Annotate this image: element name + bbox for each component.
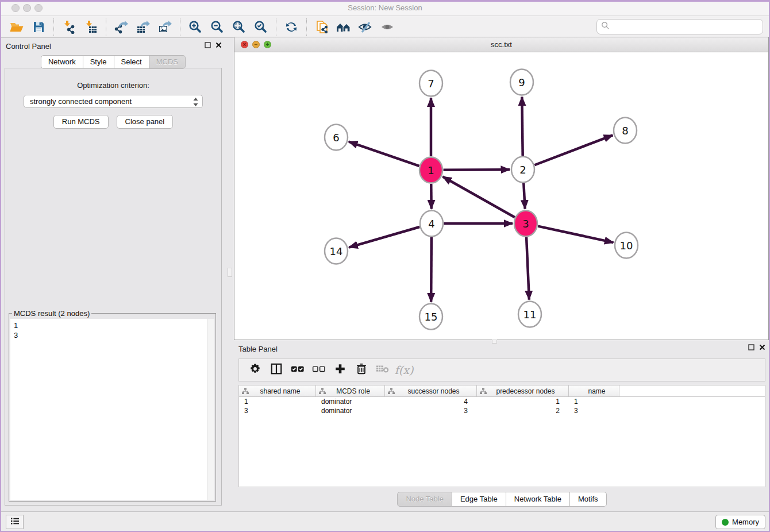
task-history-button[interactable] (6, 515, 24, 529)
search-input[interactable] (610, 21, 763, 33)
delete-button[interactable] (352, 361, 371, 379)
run-mcds-button[interactable]: Run MCDS (53, 115, 109, 129)
edge-2-9[interactable] (522, 97, 522, 156)
zoom-in-button[interactable] (184, 18, 206, 36)
cell-MCDS-role[interactable]: dominator (316, 406, 385, 415)
table-row[interactable]: 3dominator323 (239, 406, 765, 415)
memory-button[interactable]: Memory (715, 515, 765, 529)
export-image-button[interactable] (154, 18, 176, 36)
function-button: f(x) (395, 361, 413, 379)
column-header-name[interactable]: name (569, 385, 619, 396)
close-panel-button[interactable]: Close panel (117, 115, 174, 129)
edge-4-15[interactable] (431, 237, 432, 302)
tab-edge-table[interactable]: Edge Table (452, 492, 506, 507)
edge-3-10[interactable] (538, 226, 613, 243)
open-folder-button[interactable] (6, 18, 28, 36)
toolbar-separator (276, 18, 276, 36)
cell-predecessor-nodes[interactable]: 1 (477, 397, 569, 406)
tab-node-table[interactable]: Node Table (397, 492, 452, 507)
cell-shared-name[interactable]: 1 (239, 397, 316, 406)
mcds-result-scrollbar[interactable] (207, 319, 214, 500)
tab-style[interactable]: Style (83, 55, 114, 69)
gear-button[interactable] (246, 361, 264, 379)
unselect-all-button[interactable] (310, 361, 328, 379)
export-table-button[interactable] (132, 18, 154, 36)
cell-MCDS-role[interactable]: dominator (316, 397, 385, 406)
column-header-successor-nodes[interactable]: successor nodes (385, 385, 477, 396)
table-panel-title: Table Panel (238, 345, 278, 353)
cell-name[interactable]: 1 (569, 397, 619, 406)
toolbar-separator (180, 18, 180, 36)
table-toolbar: f(x) (238, 358, 765, 381)
tab-network-table[interactable]: Network Table (506, 492, 570, 507)
hide-panels-icon (358, 20, 373, 34)
graph-node-label: 10 (620, 240, 633, 252)
import-table-icon (84, 20, 98, 34)
gear-icon (249, 363, 261, 377)
edge-1-6[interactable] (349, 142, 419, 166)
optimization-criterion-label: Optimization criterion: (5, 81, 221, 90)
float-panel-icon[interactable] (205, 42, 211, 48)
split-columns-icon (270, 363, 283, 377)
close-panel-icon[interactable] (759, 344, 765, 350)
import-network-button[interactable] (58, 18, 80, 36)
tab-select[interactable]: Select (114, 55, 149, 69)
table-row[interactable]: 1dominator411 (239, 397, 765, 406)
cell-predecessor-nodes[interactable]: 2 (477, 406, 569, 415)
tree-icon (388, 388, 395, 396)
add-icon (334, 363, 346, 377)
edge-4-14[interactable] (349, 227, 419, 248)
export-network-button[interactable] (110, 18, 132, 36)
cell-shared-name[interactable]: 3 (239, 406, 316, 415)
tab-mcds[interactable]: MCDS (149, 55, 186, 69)
edge-1-2[interactable] (443, 169, 510, 170)
save-session-button[interactable] (28, 18, 49, 36)
zoom-out-button[interactable] (206, 18, 228, 36)
column-header-predecessor-nodes[interactable]: predecessor nodes (477, 385, 569, 396)
select-all-button[interactable] (288, 361, 307, 379)
title-bar: Session: New Session (0, 0, 770, 16)
search-box[interactable] (596, 19, 763, 34)
table-panel: Table Panel f(x) shared nameMCDS rolesuc… (234, 341, 770, 511)
edge-2-3[interactable] (523, 183, 525, 209)
refresh-button[interactable] (280, 18, 302, 36)
export-table-icon (136, 20, 150, 34)
vertical-splitter-grip[interactable] (228, 268, 232, 277)
network-canvas[interactable]: 7968124314101511 (234, 52, 768, 340)
zoom-fit-button[interactable] (228, 18, 250, 36)
vertical-splitter[interactable] (226, 38, 234, 511)
network-home-button[interactable] (333, 18, 355, 36)
clone-network-button[interactable] (311, 18, 333, 36)
cell-name[interactable]: 3 (569, 406, 619, 415)
cell-successor-nodes[interactable]: 3 (385, 406, 477, 415)
graph-node-label: 3 (522, 218, 529, 230)
close-panel-icon[interactable] (215, 42, 222, 48)
graph-node-label: 6 (333, 132, 339, 144)
control-panel-tabs: NetworkStyleSelectMCDS (0, 55, 226, 69)
zoom-selected-button[interactable] (250, 18, 272, 36)
split-columns-button[interactable] (267, 361, 286, 379)
import-table-button[interactable] (80, 18, 102, 36)
list-icon (10, 517, 20, 527)
search-icon (601, 21, 610, 32)
show-panels-button[interactable] (376, 18, 398, 36)
memory-label: Memory (732, 518, 759, 526)
header-filler (619, 385, 765, 396)
edge-3-1[interactable] (442, 177, 514, 218)
toolbar-separator (306, 18, 307, 36)
select-all-icon (291, 363, 305, 377)
tab-motifs[interactable]: Motifs (570, 492, 607, 507)
float-panel-icon[interactable] (748, 344, 754, 350)
edge-3-11[interactable] (526, 237, 529, 300)
main-toolbar (0, 16, 770, 38)
add-button[interactable] (331, 361, 349, 379)
zoom-in-icon (188, 20, 202, 34)
edge-2-8[interactable] (534, 135, 613, 165)
optimization-criterion-select[interactable]: strongly connected component (24, 95, 203, 108)
column-header-MCDS-role[interactable]: MCDS role (316, 385, 385, 396)
column-header-shared-name[interactable]: shared name (239, 385, 316, 396)
hide-panels-button[interactable] (355, 18, 376, 36)
cell-successor-nodes[interactable]: 4 (385, 397, 477, 406)
tab-network[interactable]: Network (41, 55, 83, 69)
node-table: shared nameMCDS rolesuccessor nodesprede… (238, 385, 765, 487)
